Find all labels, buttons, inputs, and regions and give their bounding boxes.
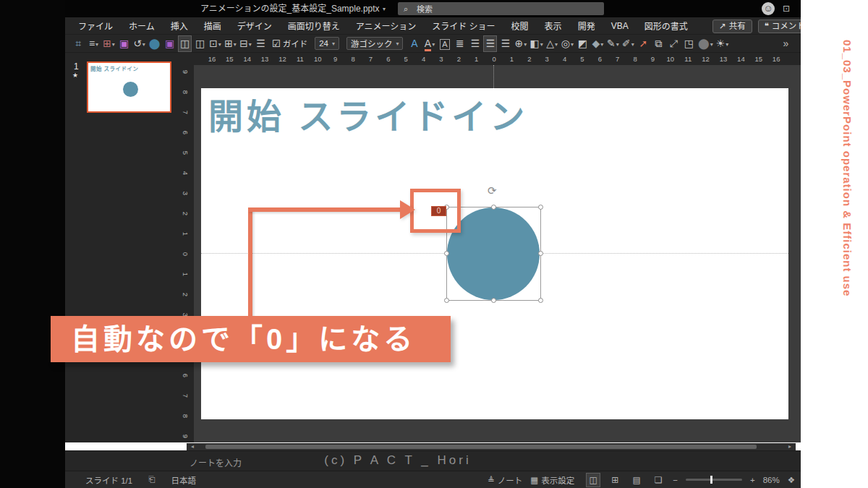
section-icon[interactable]: ⊟▾ [239,36,252,51]
tab-transitions[interactable]: 画面切り替え [288,20,340,32]
dropdown-caret-icon: ▾ [112,41,115,48]
slideshow-icon[interactable]: ❏ [652,474,665,487]
language-indicator[interactable]: 日本語 [171,474,196,486]
dropdown-caret-icon: ▾ [616,41,619,48]
shape-fill-icon[interactable]: ◆▾ [592,36,604,51]
outline-view-icon[interactable]: ☰ [255,36,267,51]
font-size-select[interactable]: 24▾ [315,37,339,50]
text-align-special-icon[interactable]: ≣ [454,36,466,51]
tab-shape-format[interactable]: 図形の書式 [644,20,688,32]
italic-icon[interactable]: A [408,36,420,51]
zoom-in-button[interactable]: + [750,476,755,484]
align-center-icon[interactable]: ☰ [484,36,496,51]
reading-view-icon[interactable]: ▤ [630,474,643,487]
tab-insert[interactable]: 挿入 [171,20,188,32]
tab-view[interactable]: 表示 [545,20,562,32]
selection-handle[interactable] [491,298,496,303]
slide-title-text[interactable]: 開始 スライドイン [208,88,528,139]
ruler-number: 8 [351,55,354,63]
link-icon[interactable]: ⧉ [652,36,665,51]
slide-thumbnail[interactable]: 開始 スライドイン [87,61,171,113]
share-button[interactable]: ↗共有 [712,20,752,33]
selection-handle[interactable] [444,298,449,303]
shape-effects-icon[interactable]: ◎▾ [561,36,574,51]
checkbox-checked-icon: ☑ [272,38,281,49]
tab-home[interactable]: ホーム [129,20,155,32]
font-color-icon[interactable]: A▾ [423,36,435,51]
zoom-percent[interactable]: 86% [763,476,780,484]
ellipse-shape-icon[interactable]: ⬤ [148,36,161,51]
shape-outline-icon[interactable]: ✎▾ [607,36,619,51]
object-align-icon[interactable]: ≡▾ [88,36,100,51]
toolbar-group-a: ⌗≡▾⊞▾▣↺▾⬤▣◫◫⊡▾⊞▾⊟▾☰ [72,36,267,51]
align-right-icon[interactable]: ☰ [499,36,511,51]
save-icon[interactable]: ▣ [118,36,130,51]
notes-bar[interactable]: ノートを入力 (c) P A C T _ Hori [65,450,801,471]
toolbar-overflow-button[interactable]: » [780,36,792,51]
color-grid-icon[interactable]: ⊞▾ [103,36,115,51]
resize-fit-icon[interactable]: ⤢ [668,36,680,51]
format-object-icon[interactable]: ▣ [163,36,176,51]
shape-gray-icon[interactable]: ⬤▾ [698,36,713,51]
tab-slideshow[interactable]: スライド ショー [432,20,495,32]
text-box-icon[interactable]: A [438,36,451,51]
tab-vba[interactable]: VBA [611,21,629,31]
ruler-number: 11 [297,55,304,63]
crop-icon[interactable]: ◳ [683,36,695,51]
slide-layout-icon[interactable]: ◫ [179,36,191,51]
zoom-slider[interactable] [686,479,742,481]
org-chart-icon[interactable]: ⌗ [72,36,85,51]
dropdown-caret-icon: ▾ [142,41,145,48]
rotation-handle-icon[interactable]: ⟳ [488,184,497,197]
undo-icon[interactable]: ↺▾ [133,36,145,51]
selection-handle[interactable] [491,205,496,210]
horizontal-ruler: 1615141312111098765432101234567891011121… [181,53,801,65]
gradient-fill-icon[interactable]: ◩ [576,36,589,51]
slide-sorter-icon[interactable]: ⊞ [608,474,621,487]
slide-canvas: 開始 スライドイン ⟳ 0 [194,65,801,442]
edit-shape-icon[interactable]: △▾ [546,36,558,51]
slide-size-icon[interactable]: ⊡▾ [209,36,221,51]
avatar[interactable]: ☺ [762,2,775,15]
comment-icon: ❝ [765,20,769,33]
zoom-slider-thumb[interactable] [710,476,712,484]
guides-checkbox[interactable]: ☑ ガイド [272,38,307,49]
search-input[interactable]: ⌕ 検索 [398,2,604,15]
zoom-out-button[interactable]: − [673,476,678,484]
selection-handle[interactable] [444,251,449,256]
tab-design[interactable]: デザイン [237,20,272,32]
merge-shapes-icon[interactable]: ◧▾ [529,36,542,51]
selection-pane-icon[interactable]: ➚ [637,36,650,51]
slide-counter: スライド 1/1 [85,474,132,486]
ruler-number: 9 [333,55,337,63]
normal-view-icon[interactable]: ◫ [587,474,600,487]
selection-handle[interactable] [538,298,543,303]
selection-handle[interactable] [538,251,543,256]
ruler-number: 3 [182,192,190,195]
tab-file[interactable]: ファイル [78,20,113,32]
distribute-icon[interactable]: ⊕▾ [514,36,527,51]
scrollbar-thumb[interactable] [205,445,757,449]
fit-to-window-icon[interactable]: ❖ [788,475,795,485]
new-slide-icon[interactable]: ⊞▾ [224,36,237,51]
display-settings-button[interactable]: ▦表示設定 [530,474,574,486]
brightness-icon[interactable]: ☀▾ [716,36,729,51]
tab-review[interactable]: 校閲 [511,20,529,32]
scroll-right-icon[interactable]: ▸ [786,443,794,450]
scroll-left-icon[interactable]: ◂ [188,443,197,450]
ribbon-display-options-icon[interactable]: ⊡ [781,4,791,14]
align-left-icon[interactable]: ☰ [469,36,481,51]
document-title[interactable]: アニメーションの設定_基本設定_Sample.pptx ▾ [174,0,412,17]
tab-developer[interactable]: 開発 [578,20,595,32]
ruler-number: 9 [182,435,190,438]
thumbnail-slide-number: 1 [74,61,79,72]
font-name-select[interactable]: 游ゴシック▾ [346,37,404,50]
tab-draw[interactable]: 描画 [204,20,221,32]
reset-layout-icon[interactable]: ◫ [194,36,206,51]
horizontal-scrollbar[interactable]: ◂ ▸ [187,443,796,450]
tab-animations[interactable]: アニメーション [356,20,417,32]
selection-handle[interactable] [538,205,543,210]
accessibility-icon[interactable]: ⎗ [148,475,155,484]
pen-style-icon[interactable]: ✐▾ [622,36,634,51]
notes-toggle-button[interactable]: ≜ノート [488,474,522,486]
